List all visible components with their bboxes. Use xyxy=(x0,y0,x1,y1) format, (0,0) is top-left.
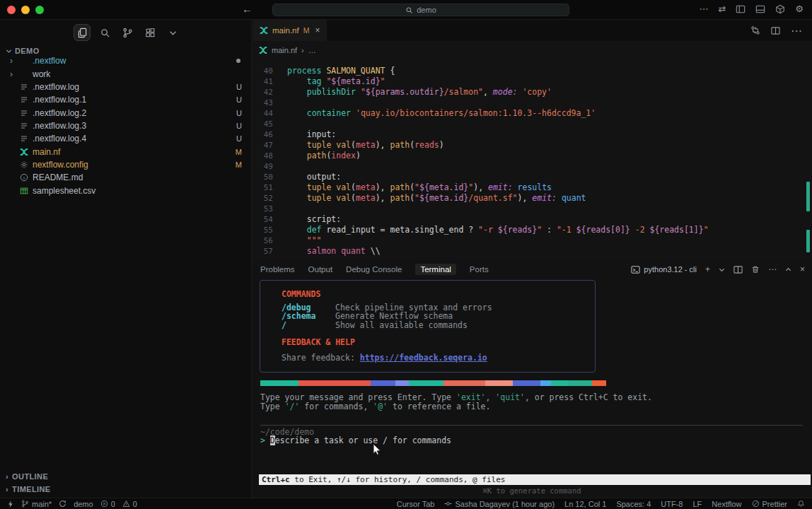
code-line[interactable]: 42 publishDir "${params.outdir}/salmon",… xyxy=(252,87,812,98)
code-line[interactable]: 57 salmon quant \\ xyxy=(252,246,812,257)
file-item[interactable]: README.md xyxy=(0,171,252,184)
command-row: /schemaGenerate Nextflow schema xyxy=(282,312,492,320)
outline-section[interactable]: › OUTLINE xyxy=(6,472,48,481)
breadcrumb[interactable]: main.nf › … xyxy=(252,41,812,59)
status-item[interactable] xyxy=(7,500,14,508)
code-line[interactable]: 55 def read_input = meta.single_end ? "-… xyxy=(252,225,812,235)
code-line[interactable]: 45 xyxy=(252,119,812,129)
sync-arrows-icon[interactable]: ⇄ xyxy=(718,4,726,14)
line-number: 48 xyxy=(252,151,273,161)
maximize-window-button[interactable] xyxy=(35,6,44,14)
chevron-up-icon[interactable] xyxy=(785,267,791,273)
source-control-icon[interactable] xyxy=(119,24,136,41)
code-line[interactable]: 43 xyxy=(252,98,812,108)
command-center-search[interactable]: demo xyxy=(272,4,569,16)
file-item[interactable]: nextflow.configM xyxy=(0,158,252,171)
settings-gear-icon[interactable]: ⚙ xyxy=(795,4,804,14)
terminal-view[interactable]: COMMANDS /debugCheck pipeline syntax and… xyxy=(252,279,812,498)
status-item-cursor-tab[interactable]: Cursor Tab xyxy=(397,500,435,508)
scrollbar-decoration[interactable] xyxy=(806,230,810,252)
tab-main-nf[interactable]: main.nf M × xyxy=(253,20,327,41)
code-line[interactable]: 40process SALMON_QUANT { xyxy=(252,66,812,76)
code-line[interactable]: 50 output: xyxy=(252,172,812,182)
close-tab-icon[interactable]: × xyxy=(315,25,320,35)
kill-terminal-icon[interactable] xyxy=(751,265,760,274)
gradient-segment xyxy=(409,380,443,386)
file-item[interactable]: .nextflow.log.4U xyxy=(0,132,252,145)
code-line[interactable]: 47 tuple val(meta), path(reads) xyxy=(252,140,812,151)
close-panel-icon[interactable]: × xyxy=(800,264,805,274)
code-line[interactable]: 49 xyxy=(252,161,812,172)
more-actions-icon[interactable]: ⋯ xyxy=(768,264,777,274)
status-item-0[interactable]: 0 xyxy=(100,500,115,508)
status-item-ln-12-col-1[interactable]: Ln 12, Col 1 xyxy=(564,500,606,508)
code-line[interactable]: 53 xyxy=(252,204,812,214)
status-item-main-[interactable]: main* xyxy=(21,500,52,508)
shortcut-rest: to Exit, ↑/↓ for history, / commands, @ … xyxy=(290,475,506,484)
minimize-window-button[interactable] xyxy=(21,6,30,14)
toggle-sidebar-icon[interactable] xyxy=(736,4,746,14)
file-item[interactable]: .nextflow.log.1U xyxy=(0,93,252,106)
customize-layout-icon[interactable] xyxy=(775,4,785,14)
status-item[interactable] xyxy=(59,500,66,508)
search-icon[interactable] xyxy=(96,24,113,41)
file-item[interactable]: .nextflow.logU xyxy=(0,81,252,93)
code-area[interactable]: 40process SALMON_QUANT {41 tag "${meta.i… xyxy=(252,59,812,260)
terminal-session[interactable]: python3.12 - cli xyxy=(631,265,697,274)
status-item[interactable] xyxy=(797,500,805,508)
panel-tab-ports[interactable]: Ports xyxy=(470,265,489,274)
gradient-segment xyxy=(513,380,540,386)
more-actions-icon[interactable]: ⋯ xyxy=(791,24,802,37)
code-line[interactable]: 56 """ xyxy=(252,235,812,246)
status-item-utf-8[interactable]: UTF-8 xyxy=(661,500,683,508)
close-window-button[interactable] xyxy=(7,6,16,14)
split-terminal-icon[interactable] xyxy=(733,265,743,274)
explorer-icon[interactable] xyxy=(74,24,91,41)
command-name: / xyxy=(282,321,335,329)
line-number: 53 xyxy=(252,204,273,214)
status-item-prettier[interactable]: Prettier xyxy=(752,500,787,508)
file-item[interactable]: ›.nextflow xyxy=(0,54,252,67)
file-item[interactable]: ›work xyxy=(0,67,252,80)
status-item-spaces-4[interactable]: Spaces: 4 xyxy=(616,500,651,508)
panel-tab-output[interactable]: Output xyxy=(308,265,333,274)
code-line[interactable]: 52 tuple val(meta), path("${meta.id}/qua… xyxy=(252,193,812,204)
file-item[interactable]: main.nfM xyxy=(0,145,252,158)
split-editor-icon[interactable] xyxy=(771,26,780,35)
code-line[interactable]: 54 script: xyxy=(252,214,812,225)
code-line[interactable]: 46 input: xyxy=(252,129,812,140)
file-item[interactable]: samplesheet.csv xyxy=(0,184,252,197)
code-line[interactable]: 51 tuple val(meta), path("${meta.id}"), … xyxy=(252,182,812,193)
file-item[interactable]: .nextflow.log.2U xyxy=(0,106,252,119)
status-label: 0 xyxy=(133,500,137,508)
chevron-down-icon[interactable] xyxy=(719,267,725,273)
log-icon xyxy=(18,95,30,104)
extensions-icon[interactable] xyxy=(141,24,158,41)
code-line[interactable]: 41 tag "${meta.id}" xyxy=(252,76,812,87)
timeline-section[interactable]: › TIMELINE xyxy=(6,485,51,493)
back-button[interactable]: ← xyxy=(242,3,253,15)
status-item-sasha-dagayev-1-hour-ago-[interactable]: Sasha Dagayev (1 hour ago) xyxy=(444,500,555,508)
status-item-nextflow[interactable]: Nextflow xyxy=(712,500,741,508)
panel-tab-problems[interactable]: Problems xyxy=(260,265,295,274)
status-item-lf[interactable]: LF xyxy=(693,500,702,508)
panel-tab-debug-console[interactable]: Debug Console xyxy=(346,265,402,274)
gradient-segment xyxy=(443,380,485,386)
open-changes-icon[interactable] xyxy=(750,25,760,35)
chevron-down-icon[interactable] xyxy=(164,24,181,41)
panel-tab-terminal[interactable]: Terminal xyxy=(415,264,456,275)
more-actions-icon[interactable]: ⋯ xyxy=(699,4,708,14)
status-item-0[interactable]: 0 xyxy=(122,500,137,508)
file-item[interactable]: .nextflow.log.3U xyxy=(0,119,252,132)
toggle-panel-icon[interactable] xyxy=(755,4,765,14)
cli-prompt[interactable]: > Describe a task or use / for commands xyxy=(260,435,451,445)
new-terminal-icon[interactable]: + xyxy=(705,264,710,274)
code-line[interactable]: 44 container 'quay.io/biocontainers/salm… xyxy=(252,108,812,119)
log-icon xyxy=(18,109,30,117)
scrollbar-decoration[interactable] xyxy=(806,182,810,211)
code-line[interactable]: 48 path(index) xyxy=(252,151,812,161)
status-item-demo[interactable]: demo xyxy=(74,500,93,508)
modified-dot xyxy=(236,59,240,63)
git-status-badge: U xyxy=(236,83,242,91)
feedback-link[interactable]: https://feedback.seqera.io xyxy=(360,353,487,363)
